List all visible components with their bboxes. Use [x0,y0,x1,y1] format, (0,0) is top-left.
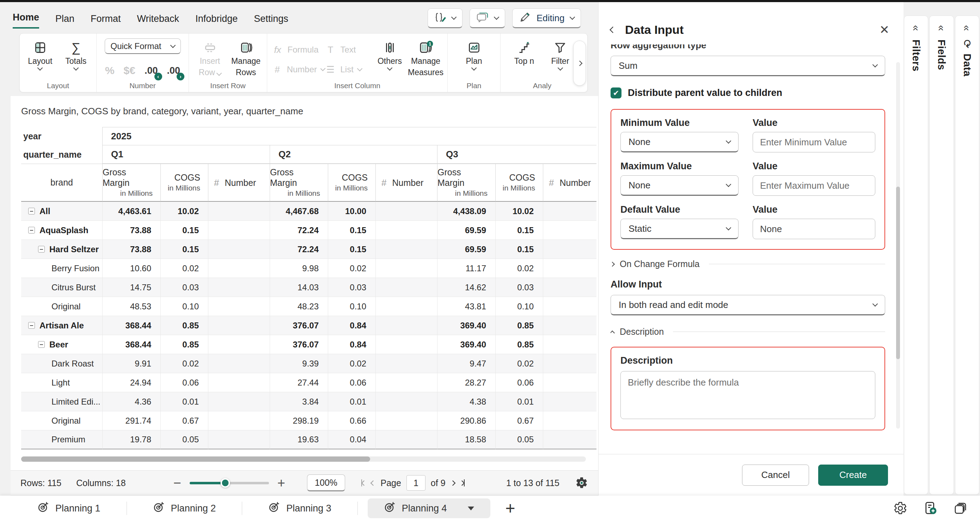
number-column-header[interactable]: #Number [375,164,437,202]
number-cell[interactable] [543,373,597,392]
menu-home[interactable]: Home [13,12,39,29]
gross-margin-header[interactable]: Gross Marginin Millions [437,164,495,202]
gross-margin-cell[interactable]: 72.24 [270,221,328,240]
menu-format[interactable]: Format [91,13,121,29]
gross-margin-cell[interactable]: 48.23 [270,297,328,316]
gross-margin-cell[interactable]: 368.44 [102,316,161,335]
tab-planning-4[interactable]: Planning 4 [368,499,491,518]
gross-margin-cell[interactable]: 9.91 [102,354,161,373]
cogs-cell[interactable]: 0.84 [328,335,375,354]
gross-margin-cell[interactable]: 69.59 [437,240,495,259]
gross-margin-cell[interactable]: 3.84 [270,392,328,411]
cogs-cell[interactable]: 0.10 [495,297,543,316]
gross-margin-header[interactable]: Gross Marginin Millions [102,164,161,202]
cogs-cell[interactable]: 0.06 [328,373,375,392]
description-section[interactable]: Description [611,327,885,337]
gross-margin-cell[interactable]: 14.75 [102,278,161,297]
number-cell[interactable] [208,411,270,430]
insert-number-button[interactable]: #Number [272,64,325,75]
on-change-formula-section[interactable]: On Change Formula [611,259,885,269]
number-cell[interactable] [208,430,270,449]
number-cell[interactable] [375,278,437,297]
tab-planning-2[interactable]: Planning 2 [137,499,232,518]
gross-margin-cell[interactable]: 369.40 [437,335,495,354]
number-cell[interactable] [543,392,597,411]
number-cell[interactable] [375,430,437,449]
insert-text-button[interactable]: TText [325,45,371,56]
cogs-cell[interactable]: 0.03 [161,278,208,297]
gross-margin-cell[interactable]: 11.17 [437,259,495,278]
quarter-header[interactable]: Q2 [270,145,437,164]
fields-pane-toggle[interactable]: «Fields [929,16,954,495]
gross-margin-cell[interactable]: 10.60 [102,259,161,278]
number-cell[interactable] [375,335,437,354]
number-cell[interactable] [543,221,597,240]
ribbon-expand-button[interactable] [573,41,586,86]
cancel-button[interactable]: Cancel [742,465,809,486]
number-cell[interactable] [375,316,437,335]
row-name-cell[interactable]: Original [21,411,102,430]
distribute-checkbox[interactable]: ✔ [611,88,622,99]
row-name-cell[interactable]: Artisan Ale [21,316,102,335]
row-name-cell[interactable]: Limited Edi... [21,392,102,411]
manage-rows-button[interactable]: Manage Rows [229,38,263,81]
number-cell[interactable] [543,411,597,430]
zoom-slider[interactable] [190,482,269,484]
cogs-cell[interactable]: 0.84 [328,316,375,335]
number-cell[interactable] [543,316,597,335]
panel-scrollbar-thumb[interactable] [896,186,900,359]
collapse-toggle-icon[interactable] [28,227,35,234]
cogs-cell[interactable]: 0.05 [161,430,208,449]
number-cell[interactable] [543,430,597,449]
maximum-value-dropdown[interactable]: None [620,175,738,196]
number-cell[interactable] [208,221,270,240]
gross-margin-cell[interactable]: 14.03 [270,278,328,297]
cogs-cell[interactable]: 0.15 [495,221,543,240]
gross-margin-cell[interactable]: 9.47 [437,354,495,373]
cogs-cell[interactable]: 0.10 [161,297,208,316]
cogs-cell[interactable]: 0.67 [495,411,543,430]
quarter-header[interactable]: Q1 [102,145,270,164]
gross-margin-cell[interactable]: 291.74 [102,411,161,430]
gross-margin-header[interactable]: Gross Marginin Millions [270,164,328,202]
allow-input-dropdown[interactable]: In both read and edit mode [611,295,885,315]
sheets-stack-icon[interactable] [953,501,967,515]
insert-formula-button[interactable]: fxFormula [272,45,325,56]
number-column-header[interactable]: #Number [543,164,597,202]
add-sheet-button[interactable]: + [505,501,515,515]
row-name-cell[interactable]: Light [21,373,102,392]
collapse-toggle-icon[interactable] [38,341,45,348]
row-name-cell[interactable]: Hard Seltzer [21,240,102,259]
gross-margin-cell[interactable]: 19.78 [102,430,161,449]
number-cell[interactable] [543,202,597,221]
brand-column-header[interactable]: brand [21,164,102,202]
gross-margin-cell[interactable]: 368.44 [102,335,161,354]
cogs-cell[interactable]: 0.01 [328,392,375,411]
horizontal-scrollbar-thumb[interactable] [21,456,370,462]
tab-menu-caret-icon[interactable] [468,507,474,510]
gross-margin-cell[interactable]: 290.86 [437,411,495,430]
writeback-mode-button[interactable] [428,8,463,28]
layout-button[interactable]: Layout [23,38,57,81]
number-cell[interactable] [543,354,597,373]
number-cell[interactable] [375,259,437,278]
cogs-cell[interactable]: 0.15 [328,240,375,259]
create-button[interactable]: Create [818,465,888,486]
collapse-toggle-icon[interactable] [28,208,35,215]
totals-button[interactable]: ∑ Totals [59,38,93,81]
next-page-button[interactable] [451,481,455,485]
minimum-value-dropdown[interactable]: None [620,132,738,152]
cogs-header[interactable]: COGSin Millions [495,164,543,202]
quick-format-dropdown[interactable]: Quick Format [105,38,181,54]
number-cell[interactable] [208,240,270,259]
cogs-cell[interactable]: 0.85 [161,335,208,354]
menu-plan[interactable]: Plan [55,13,75,29]
cogs-header[interactable]: COGSin Millions [328,164,375,202]
tab-planning-1[interactable]: Planning 1 [21,499,117,518]
minimum-value-input[interactable] [752,132,875,152]
number-cell[interactable] [375,411,437,430]
currency-format-button[interactable]: $€ [124,65,135,76]
number-cell[interactable] [208,373,270,392]
horizontal-scrollbar-track[interactable] [21,456,586,462]
cogs-cell[interactable]: 0.15 [161,221,208,240]
